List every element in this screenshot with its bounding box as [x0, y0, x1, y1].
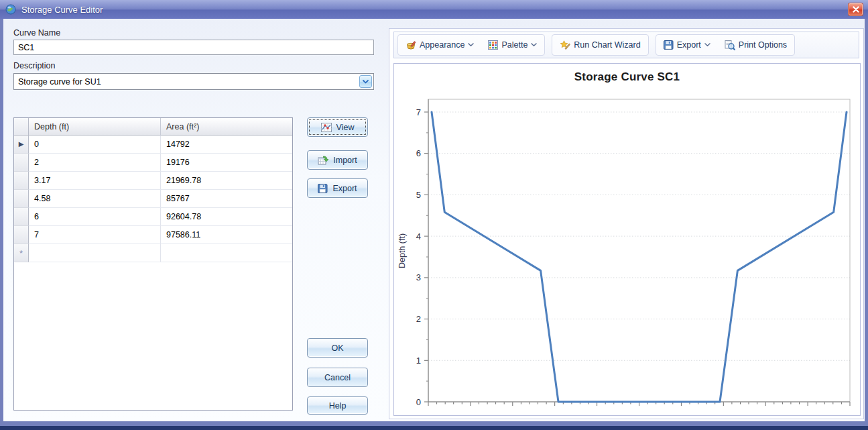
view-button[interactable]: View	[307, 117, 368, 137]
toolbar-button-label: Palette	[501, 40, 528, 50]
table-body: ▶0147922191763.1721969.784.5885767692604…	[14, 136, 292, 262]
export-button-label: Export	[332, 184, 357, 193]
import-icon	[318, 156, 328, 165]
cell-area[interactable]: 19176	[161, 154, 292, 172]
description-label: Description	[13, 61, 56, 70]
import-button[interactable]: Import	[307, 150, 368, 170]
cell-depth[interactable]: 6	[29, 208, 161, 226]
row-selector[interactable]	[14, 154, 29, 172]
cancel-button-label: Cancel	[324, 373, 351, 382]
svg-text:0: 0	[416, 397, 421, 407]
row-selector[interactable]	[14, 226, 29, 244]
cell-area[interactable]: 21969.78	[161, 172, 292, 190]
appearance-toolbar-button[interactable]: Appearance	[400, 36, 479, 54]
svg-text:7: 7	[416, 107, 421, 117]
depth-area-table: Depth (ft) Area (ft²) ▶0147922191763.172…	[13, 117, 293, 411]
ok-button[interactable]: OK	[307, 338, 368, 358]
cell-area[interactable]: 97586.11	[161, 226, 292, 244]
current-row-arrow-icon: ▶	[19, 141, 24, 148]
window-bottom-border	[0, 426, 868, 430]
description-combobox[interactable]	[13, 73, 374, 90]
svg-text:2: 2	[416, 314, 421, 324]
window-title: Storage Curve Editor	[21, 5, 103, 15]
svg-text:3: 3	[416, 272, 421, 282]
help-button-label: Help	[329, 401, 347, 411]
storage-curve-editor-window: Storage Curve Editor Curve Name Descript…	[0, 0, 868, 430]
table-row[interactable]: 3.1721969.78	[14, 172, 292, 190]
table-corner-cell[interactable]	[14, 118, 29, 136]
cell-depth[interactable]: 0	[29, 136, 161, 154]
cell-area[interactable]: 14792	[161, 136, 292, 154]
table-row[interactable]: 4.5885767	[14, 190, 292, 208]
table-row[interactable]: 797586.11	[14, 226, 292, 244]
chevron-down-icon	[468, 43, 474, 47]
chart-toolbar: AppearancePaletteRun Chart WizardExportP…	[393, 32, 859, 58]
curve-name-label: Curve Name	[13, 28, 60, 38]
toolbar-button-label: Appearance	[420, 40, 464, 50]
chart-container: Storage Curve SC1 01234567Depth (ft)	[393, 63, 861, 416]
cell-area[interactable]: 92604.78	[161, 208, 292, 226]
toolbar-button-label: Print Options	[739, 40, 787, 50]
titlebar[interactable]: Storage Curve Editor	[0, 0, 868, 19]
row-selector[interactable]	[14, 172, 29, 190]
cell-depth[interactable]: 3.17	[29, 172, 161, 190]
svg-text:Depth (ft): Depth (ft)	[397, 233, 407, 268]
cell-depth[interactable]: 7	[29, 226, 161, 244]
floppy-icon	[318, 184, 328, 193]
curve-name-input[interactable]	[13, 40, 374, 55]
row-selector[interactable]	[14, 190, 29, 208]
svg-text:4: 4	[416, 231, 421, 241]
storage-curve-chart: 01234567Depth (ft)	[394, 64, 861, 417]
toolbar-group: AppearancePalette	[397, 34, 545, 56]
cell-area[interactable]: 85767	[161, 190, 292, 208]
cell-depth[interactable]: 4.58	[29, 190, 161, 208]
palette-toolbar-button[interactable]: Palette	[483, 36, 542, 54]
print-options-icon	[725, 40, 735, 50]
table-row[interactable]: 219176	[14, 154, 292, 172]
app-icon	[5, 4, 16, 15]
close-icon	[853, 6, 859, 13]
run-chart-wizard-toolbar-button[interactable]: Run Chart Wizard	[554, 36, 645, 54]
chevron-down-icon	[531, 43, 537, 47]
floppy-icon	[664, 40, 674, 50]
cell-depth[interactable]	[29, 244, 161, 262]
chart-icon	[321, 123, 332, 132]
view-button-label: View	[336, 123, 355, 132]
print-options-toolbar-button[interactable]: Print Options	[719, 36, 792, 54]
toolbar-button-label: Run Chart Wizard	[574, 40, 640, 50]
new-row[interactable]: *	[14, 244, 292, 262]
palette-icon	[488, 40, 498, 50]
dialog-content: Curve Name Description Depth (ft) Area (…	[3, 19, 865, 421]
toolbar-group: Run Chart Wizard	[552, 34, 648, 56]
svg-text:5: 5	[416, 190, 421, 200]
svg-text:6: 6	[416, 148, 421, 158]
toolbar-button-label: Export	[677, 40, 701, 50]
import-button-label: Import	[333, 156, 357, 165]
cell-area[interactable]	[161, 244, 292, 262]
export-button[interactable]: Export	[307, 178, 368, 198]
chevron-down-icon	[704, 43, 710, 47]
new-row-marker-icon: *	[19, 249, 23, 258]
svg-text:1: 1	[416, 356, 421, 366]
description-dropdown-button[interactable]	[359, 75, 372, 88]
table-row[interactable]: ▶014792	[14, 136, 292, 154]
cell-depth[interactable]: 2	[29, 154, 161, 172]
wizard-icon	[560, 40, 570, 50]
current-row-indicator[interactable]: ▶	[14, 136, 29, 154]
description-input[interactable]	[15, 74, 357, 89]
table-header-row: Depth (ft) Area (ft²)	[14, 118, 292, 136]
row-selector[interactable]	[14, 208, 29, 226]
help-button[interactable]: Help	[307, 396, 368, 415]
new-row-selector[interactable]: *	[14, 244, 29, 262]
column-header-area[interactable]: Area (ft²)	[161, 118, 292, 136]
toolbar-group: ExportPrint Options	[656, 34, 795, 56]
appearance-icon	[406, 40, 416, 50]
export-toolbar-button[interactable]: Export	[658, 36, 716, 54]
column-header-depth[interactable]: Depth (ft)	[29, 118, 161, 136]
ok-button-label: OK	[331, 343, 343, 353]
close-button[interactable]	[848, 3, 863, 16]
table-row[interactable]: 692604.78	[14, 208, 292, 226]
cancel-button[interactable]: Cancel	[307, 368, 368, 387]
chevron-down-icon	[363, 80, 369, 84]
